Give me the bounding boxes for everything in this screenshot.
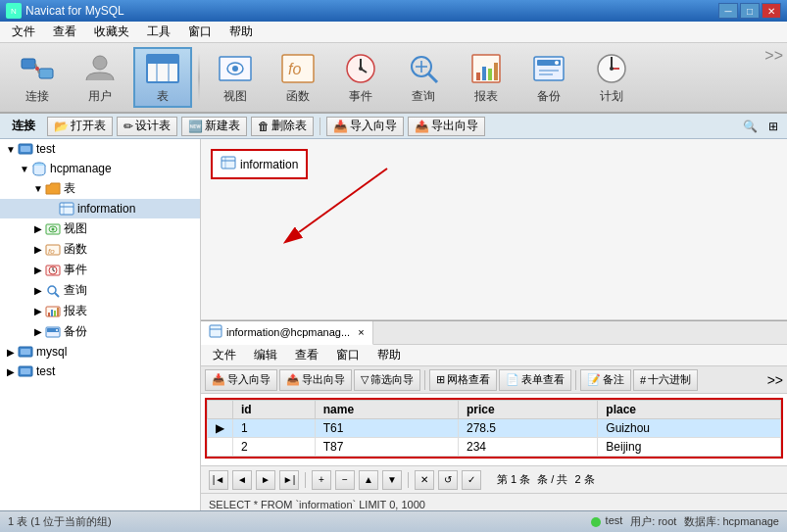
export-wizard-icon: 📤	[415, 120, 429, 133]
search-button[interactable]: 🔍	[740, 117, 760, 136]
col-header-id[interactable]: id	[233, 401, 316, 419]
sidebar-item-queries[interactable]: ▶ 查询	[0, 280, 200, 301]
table-item-information[interactable]: information	[211, 149, 308, 179]
menu-favorites[interactable]: 收藏夹	[86, 22, 137, 42]
menu-view[interactable]: 查看	[45, 22, 84, 42]
svg-point-52	[48, 286, 56, 294]
table-row[interactable]: ▶ 1 T61 278.5 Guizhou	[208, 419, 781, 438]
nav-refresh-button[interactable]: ↺	[438, 470, 458, 490]
table-row[interactable]: 2 T87 234 Beijing	[208, 438, 781, 457]
main-area: ▼ test ▼ hcpmanage ▼ 表	[0, 139, 787, 510]
nav-delete-button[interactable]: −	[335, 470, 355, 490]
cell-place-2[interactable]: Beijing	[598, 438, 781, 457]
cell-id-1[interactable]: 1	[233, 419, 316, 438]
svg-line-70	[299, 169, 387, 232]
export-wizard-button[interactable]: 📤 导出向导	[408, 117, 485, 136]
nav-save-button[interactable]: ✓	[462, 470, 481, 490]
toolbar-function[interactable]: fo 函数	[269, 47, 327, 108]
nav-first-button[interactable]: |◄	[209, 470, 228, 490]
toolbar-view[interactable]: 视图	[206, 47, 265, 108]
grid-options-button[interactable]: ⊞	[763, 117, 783, 136]
toolbar-event[interactable]: 事件	[331, 47, 390, 108]
menu-tools[interactable]: 工具	[139, 22, 178, 42]
sidebar-item-views[interactable]: ▶ 视图	[0, 218, 200, 239]
menu-file[interactable]: 文件	[4, 22, 43, 42]
row-arrow-2	[208, 438, 233, 457]
query-export-button[interactable]: 📤 导出向导	[279, 369, 352, 391]
nav-last-button[interactable]: ►|	[279, 470, 299, 490]
nav-next-button[interactable]: ►	[256, 470, 275, 490]
nav-up-button[interactable]: ▲	[359, 470, 378, 490]
tab-close-button[interactable]: ×	[358, 326, 364, 338]
cell-price-2[interactable]: 234	[459, 438, 598, 457]
sidebar-item-test[interactable]: ▼ test	[0, 139, 200, 159]
toolbar-backup[interactable]: 备份	[519, 47, 578, 108]
query-menu-file[interactable]: 文件	[205, 345, 244, 365]
toolbar-schedule[interactable]: 计划	[582, 47, 641, 108]
sidebar-item-events-label: 事件	[64, 262, 87, 278]
data-table-container: id name price place ▶ 1 T61 278.	[201, 394, 787, 465]
connection-label: 连接	[4, 118, 43, 134]
toolbar-more[interactable]: >>	[764, 47, 783, 65]
design-table-button[interactable]: ✏ 设计表	[117, 117, 177, 136]
test2-connection-icon	[18, 363, 33, 379]
sidebar-item-functions[interactable]: ▶ fo 函数	[0, 239, 200, 260]
toolbar-separator-1	[198, 53, 200, 102]
maximize-button[interactable]: □	[740, 3, 760, 19]
query-menu-window[interactable]: 窗口	[328, 345, 368, 365]
toolbar-user[interactable]: 用户	[71, 47, 129, 108]
menu-window[interactable]: 窗口	[180, 22, 220, 42]
notes-button[interactable]: 📝 备注	[580, 369, 631, 391]
query-menu-help[interactable]: 帮助	[369, 345, 409, 365]
sidebar-item-hcpmanage[interactable]: ▼ hcpmanage	[0, 159, 200, 178]
query-menu-edit[interactable]: 编辑	[246, 345, 285, 365]
minimize-button[interactable]: ─	[718, 3, 738, 19]
tab-information[interactable]: information@hcpmanag... ×	[201, 321, 373, 345]
import-wizard-button[interactable]: 📥 导入向导	[326, 117, 404, 136]
grid-view-button[interactable]: ⊞ 网格查看	[429, 369, 497, 391]
svg-rect-55	[48, 313, 50, 316]
query-menu-view[interactable]: 查看	[287, 345, 326, 365]
nav-add-button[interactable]: +	[312, 470, 331, 490]
cell-price-1[interactable]: 278.5	[459, 419, 598, 438]
filter-button[interactable]: ▽ 筛选向导	[354, 369, 420, 391]
sidebar-item-information[interactable]: information	[0, 199, 200, 218]
toolbar-report[interactable]: 报表	[457, 47, 516, 108]
toolbar-function-label: 函数	[286, 88, 310, 105]
sidebar-item-events[interactable]: ▶ 事件	[0, 260, 200, 280]
sidebar-item-reports[interactable]: ▶ 报表	[0, 301, 200, 321]
close-button[interactable]: ✕	[762, 3, 781, 19]
svg-rect-24	[476, 73, 480, 80]
sidebar-item-mysql[interactable]: ▶ mysql	[0, 342, 200, 362]
menu-help[interactable]: 帮助	[221, 22, 261, 42]
nav-prev-button[interactable]: ◄	[232, 470, 252, 490]
sidebar-item-backup[interactable]: ▶ 备份	[0, 321, 200, 342]
toolbar-table[interactable]: 表	[133, 47, 192, 108]
col-header-name[interactable]: name	[315, 401, 458, 419]
toolbar-connect[interactable]: 连接	[8, 47, 67, 108]
cell-name-2[interactable]: T87	[315, 438, 458, 457]
nav-down-button[interactable]: ▼	[382, 470, 402, 490]
delete-table-button[interactable]: 🗑 删除表	[251, 117, 314, 136]
tree-arrow-views: ▶	[31, 222, 45, 236]
row-arrow-1: ▶	[208, 419, 233, 438]
sidebar-item-test2[interactable]: ▶ test	[0, 362, 200, 381]
nav-cancel-button[interactable]: ✕	[415, 470, 434, 490]
query-import-button[interactable]: 📥 导入向导	[205, 369, 277, 391]
cell-place-1[interactable]: Guizhou	[598, 419, 781, 438]
table-list-area: information	[201, 139, 787, 320]
menu-bar: 文件 查看 收藏夹 工具 窗口 帮助	[0, 22, 787, 43]
toolbar-query[interactable]: 查询	[394, 47, 453, 108]
col-header-price[interactable]: price	[459, 401, 598, 419]
sidebar-item-tables[interactable]: ▼ 表	[0, 178, 200, 199]
query-toolbar-more[interactable]: >>	[767, 372, 783, 388]
open-table-button[interactable]: 📂 打开表	[47, 117, 113, 136]
hex-button[interactable]: # 十六进制	[633, 369, 698, 391]
col-header-empty	[208, 401, 233, 419]
form-view-button[interactable]: 📄 表单查看	[499, 369, 571, 391]
cell-id-2[interactable]: 2	[233, 438, 316, 457]
new-table-button[interactable]: 🆕 新建表	[181, 117, 247, 136]
cell-name-1[interactable]: T61	[315, 419, 458, 438]
title-bar-controls[interactable]: ─ □ ✕	[718, 3, 781, 19]
col-header-place[interactable]: place	[598, 401, 781, 419]
